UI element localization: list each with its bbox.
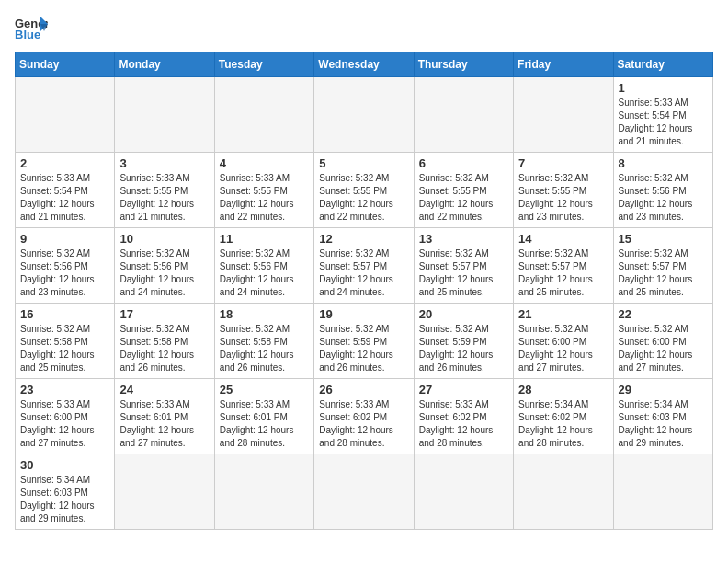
day-cell: 29 Sunrise: 5:34 AMSunset: 6:03 PMDaylig… xyxy=(613,379,712,454)
calendar-row: 23 Sunrise: 5:33 AMSunset: 6:00 PMDaylig… xyxy=(16,379,713,454)
day-cell: 25 Sunrise: 5:33 AMSunset: 6:01 PMDaylig… xyxy=(214,379,313,454)
day-cell: 24 Sunrise: 5:33 AMSunset: 6:01 PMDaylig… xyxy=(115,379,214,454)
day-cell: 23 Sunrise: 5:33 AMSunset: 6:00 PMDaylig… xyxy=(16,379,115,454)
header-tuesday: Tuesday xyxy=(214,52,313,77)
day-info: Sunrise: 5:32 AMSunset: 5:56 PMDaylight:… xyxy=(220,247,309,299)
day-info: Sunrise: 5:33 AMSunset: 5:54 PMDaylight:… xyxy=(20,172,109,224)
day-cell: 26 Sunrise: 5:33 AMSunset: 6:02 PMDaylig… xyxy=(314,379,414,454)
day-cell: 14 Sunrise: 5:32 AMSunset: 5:57 PMDaylig… xyxy=(514,228,613,304)
day-number: 20 xyxy=(419,307,508,321)
logo: General Blue xyxy=(15,15,48,42)
day-info: Sunrise: 5:34 AMSunset: 6:03 PMDaylight:… xyxy=(619,398,708,450)
day-number: 14 xyxy=(518,232,608,246)
header-friday: Friday xyxy=(514,52,613,77)
day-number: 4 xyxy=(220,156,309,170)
day-info: Sunrise: 5:32 AMSunset: 5:55 PMDaylight:… xyxy=(419,172,508,224)
day-info: Sunrise: 5:33 AMSunset: 6:01 PMDaylight:… xyxy=(220,398,309,450)
empty-cell xyxy=(613,454,712,530)
day-info: Sunrise: 5:32 AMSunset: 5:57 PMDaylight:… xyxy=(319,247,408,299)
day-number: 12 xyxy=(319,232,408,246)
empty-cell xyxy=(314,454,414,530)
day-number: 3 xyxy=(119,156,209,170)
day-number: 28 xyxy=(518,383,608,396)
day-number: 2 xyxy=(20,156,109,170)
svg-text:Blue: Blue xyxy=(15,28,40,41)
day-info: Sunrise: 5:34 AMSunset: 6:03 PMDaylight:… xyxy=(20,474,109,525)
day-info: Sunrise: 5:33 AMSunset: 5:54 PMDaylight:… xyxy=(619,97,708,148)
day-number: 18 xyxy=(220,307,309,321)
day-cell: 6 Sunrise: 5:32 AMSunset: 5:55 PMDayligh… xyxy=(414,153,513,228)
day-number: 15 xyxy=(619,232,708,246)
calendar-row: 2 Sunrise: 5:33 AMSunset: 5:54 PMDayligh… xyxy=(16,153,713,228)
day-number: 19 xyxy=(319,307,408,321)
day-info: Sunrise: 5:33 AMSunset: 6:01 PMDaylight:… xyxy=(119,398,209,450)
day-cell: 18 Sunrise: 5:32 AMSunset: 5:58 PMDaylig… xyxy=(214,304,313,379)
day-info: Sunrise: 5:32 AMSunset: 5:59 PMDaylight:… xyxy=(419,323,508,374)
day-cell: 9 Sunrise: 5:32 AMSunset: 5:56 PMDayligh… xyxy=(16,228,115,304)
day-cell: 13 Sunrise: 5:32 AMSunset: 5:57 PMDaylig… xyxy=(414,228,513,304)
day-number: 10 xyxy=(119,232,209,246)
day-number: 9 xyxy=(20,232,109,246)
empty-cell xyxy=(514,454,613,530)
calendar-row: 30 Sunrise: 5:34 AMSunset: 6:03 PMDaylig… xyxy=(16,454,713,530)
day-info: Sunrise: 5:32 AMSunset: 6:00 PMDaylight:… xyxy=(518,323,608,374)
day-info: Sunrise: 5:32 AMSunset: 5:59 PMDaylight:… xyxy=(319,323,408,374)
day-info: Sunrise: 5:32 AMSunset: 5:57 PMDaylight:… xyxy=(518,247,608,299)
day-number: 1 xyxy=(619,81,708,95)
day-cell: 27 Sunrise: 5:33 AMSunset: 6:02 PMDaylig… xyxy=(414,379,513,454)
calendar-row: 16 Sunrise: 5:32 AMSunset: 5:58 PMDaylig… xyxy=(16,304,713,379)
day-cell: 10 Sunrise: 5:32 AMSunset: 5:56 PMDaylig… xyxy=(115,228,214,304)
empty-cell xyxy=(214,77,313,153)
day-info: Sunrise: 5:32 AMSunset: 5:56 PMDaylight:… xyxy=(119,247,209,299)
day-info: Sunrise: 5:32 AMSunset: 5:57 PMDaylight:… xyxy=(419,247,508,299)
day-info: Sunrise: 5:32 AMSunset: 5:56 PMDaylight:… xyxy=(619,172,708,224)
day-cell: 28 Sunrise: 5:34 AMSunset: 6:02 PMDaylig… xyxy=(514,379,613,454)
day-info: Sunrise: 5:32 AMSunset: 5:55 PMDaylight:… xyxy=(518,172,608,224)
header-wednesday: Wednesday xyxy=(314,52,414,77)
day-cell: 17 Sunrise: 5:32 AMSunset: 5:58 PMDaylig… xyxy=(115,304,214,379)
day-number: 30 xyxy=(20,458,109,472)
header-saturday: Saturday xyxy=(613,52,712,77)
day-info: Sunrise: 5:33 AMSunset: 6:00 PMDaylight:… xyxy=(20,398,109,450)
day-info: Sunrise: 5:32 AMSunset: 5:58 PMDaylight:… xyxy=(119,323,209,374)
day-cell: 1 Sunrise: 5:33 AMSunset: 5:54 PMDayligh… xyxy=(613,77,712,153)
day-number: 13 xyxy=(419,232,508,246)
empty-cell xyxy=(214,454,313,530)
day-cell: 15 Sunrise: 5:32 AMSunset: 5:57 PMDaylig… xyxy=(613,228,712,304)
page-header: General Blue xyxy=(15,15,713,42)
empty-cell xyxy=(115,77,214,153)
header-sunday: Sunday xyxy=(16,52,115,77)
day-number: 26 xyxy=(319,383,408,396)
weekday-header-row: Sunday Monday Tuesday Wednesday Thursday… xyxy=(16,52,713,77)
day-cell: 20 Sunrise: 5:32 AMSunset: 5:59 PMDaylig… xyxy=(414,304,513,379)
empty-cell xyxy=(514,77,613,153)
day-info: Sunrise: 5:32 AMSunset: 5:58 PMDaylight:… xyxy=(20,323,109,374)
empty-cell xyxy=(115,454,214,530)
day-info: Sunrise: 5:32 AMSunset: 5:58 PMDaylight:… xyxy=(220,323,309,374)
day-number: 17 xyxy=(119,307,209,321)
header-thursday: Thursday xyxy=(414,52,513,77)
calendar-row: 1 Sunrise: 5:33 AMSunset: 5:54 PMDayligh… xyxy=(16,77,713,153)
day-number: 8 xyxy=(619,156,708,170)
day-info: Sunrise: 5:32 AMSunset: 5:55 PMDaylight:… xyxy=(319,172,408,224)
day-cell: 4 Sunrise: 5:33 AMSunset: 5:55 PMDayligh… xyxy=(214,153,313,228)
day-info: Sunrise: 5:33 AMSunset: 5:55 PMDaylight:… xyxy=(220,172,309,224)
empty-cell xyxy=(414,454,513,530)
day-cell: 16 Sunrise: 5:32 AMSunset: 5:58 PMDaylig… xyxy=(16,304,115,379)
day-number: 22 xyxy=(619,307,708,321)
day-number: 27 xyxy=(419,383,508,396)
day-info: Sunrise: 5:32 AMSunset: 5:56 PMDaylight:… xyxy=(20,247,109,299)
empty-cell xyxy=(16,77,115,153)
empty-cell xyxy=(314,77,414,153)
day-info: Sunrise: 5:34 AMSunset: 6:02 PMDaylight:… xyxy=(518,398,608,450)
day-cell: 21 Sunrise: 5:32 AMSunset: 6:00 PMDaylig… xyxy=(514,304,613,379)
day-number: 23 xyxy=(20,383,109,396)
day-number: 29 xyxy=(619,383,708,396)
day-number: 25 xyxy=(220,383,309,396)
day-cell: 8 Sunrise: 5:32 AMSunset: 5:56 PMDayligh… xyxy=(613,153,712,228)
day-cell: 30 Sunrise: 5:34 AMSunset: 6:03 PMDaylig… xyxy=(16,454,115,530)
day-cell: 22 Sunrise: 5:32 AMSunset: 6:00 PMDaylig… xyxy=(613,304,712,379)
day-cell: 19 Sunrise: 5:32 AMSunset: 5:59 PMDaylig… xyxy=(314,304,414,379)
day-number: 11 xyxy=(220,232,309,246)
day-cell: 5 Sunrise: 5:32 AMSunset: 5:55 PMDayligh… xyxy=(314,153,414,228)
